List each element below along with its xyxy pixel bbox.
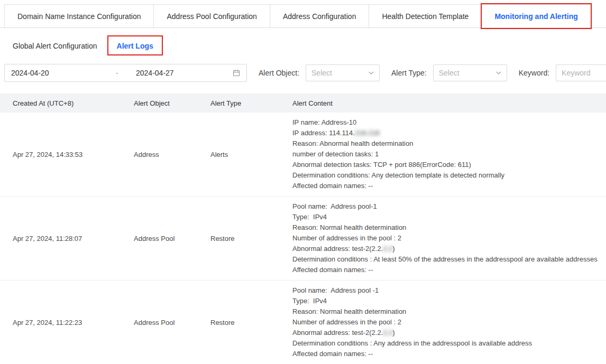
cell-alert-content: Pool name: Address pool -1Type: IPv4Reas… bbox=[292, 281, 606, 364]
chevron-down-icon bbox=[496, 71, 501, 74]
tab-monitoring-and-alerting[interactable]: Monitoring and Alerting bbox=[482, 4, 591, 27]
redacted-text: 2.2 bbox=[383, 329, 392, 337]
alert-object-label: Alert Object: bbox=[259, 69, 299, 77]
alert-content-line: Number of addresses in the pool : 2 bbox=[292, 233, 601, 244]
cell-alert-content: Pool name: Address pool-1Type: IPv4Reaso… bbox=[292, 197, 606, 280]
alert-type-label: Alert Type: bbox=[391, 69, 427, 77]
alert-content-line: Pool name: Address pool -1 bbox=[292, 285, 601, 296]
main-tabbar: Domain Name Instance Configuration Addre… bbox=[0, 4, 606, 28]
alert-content-line: Type: IPv4 bbox=[292, 296, 601, 306]
alert-content-line: number of detection tasks: 1 bbox=[292, 149, 601, 160]
tab-domain-name-instance-configuration[interactable]: Domain Name Instance Configuration bbox=[4, 4, 154, 27]
page: Domain Name Instance Configuration Addre… bbox=[0, 4, 606, 364]
alert-object-select-value: Select bbox=[311, 69, 332, 77]
alert-content-line: Determination conditions : At least 50% … bbox=[292, 254, 601, 265]
table-row: Apr 27, 2024, 11:28:07Address PoolRestor… bbox=[0, 197, 606, 281]
tab-address-pool-configuration[interactable]: Address Pool Configuration bbox=[154, 4, 270, 27]
date-start-value[interactable]: 2024-04-20 bbox=[11, 69, 116, 77]
alert-content-line: Determination conditions: Any detection … bbox=[292, 170, 601, 181]
col-alert-content: Alert Content bbox=[292, 99, 606, 107]
filter-bar: 2024-04-20 - 2024-04-27 Alert Object: Se… bbox=[4, 64, 602, 82]
alert-type-select[interactable]: Select bbox=[433, 64, 507, 81]
cell-alert-object: Address Pool bbox=[134, 319, 210, 326]
alert-content-line: Affected domain names: -- bbox=[292, 349, 601, 359]
alert-content-line: Abnormal address: test-2(2.2.2.2) bbox=[292, 328, 601, 338]
tab-address-configuration[interactable]: Address Configuration bbox=[270, 4, 370, 27]
alert-content-line: Abnormal detection tasks: TCP + port 886… bbox=[292, 160, 601, 170]
alert-logs-table: Created At (UTC+8) Alert Object Alert Ty… bbox=[0, 94, 606, 364]
alert-content-line: Pool name: Address pool-1 bbox=[292, 201, 601, 212]
alert-content-line: IP name: Address-10 bbox=[292, 117, 601, 128]
date-end-value[interactable]: 2024-04-27 bbox=[128, 69, 233, 77]
cell-created-at: Apr 27, 2024, 14:33:53 bbox=[13, 151, 134, 158]
table-row: Apr 27, 2024, 11:22:23Address PoolRestor… bbox=[0, 281, 606, 364]
alert-content-line: Number of addresses in the pool : 2 bbox=[292, 317, 601, 328]
cell-created-at: Apr 27, 2024, 11:28:07 bbox=[13, 235, 134, 242]
alert-content-line: Reason: Abnormal health determination bbox=[292, 138, 601, 149]
alert-content-line: Reason: Normal health determination bbox=[292, 306, 601, 317]
cell-alert-object: Address bbox=[134, 151, 210, 158]
cell-alert-type: Alerts bbox=[210, 151, 292, 158]
alert-content-line: Affected domain names: -- bbox=[292, 265, 601, 275]
subtab-global-alert-configuration[interactable]: Global Alert Configuration bbox=[13, 42, 97, 50]
keyword-label: Keyword: bbox=[519, 69, 549, 77]
chevron-down-icon bbox=[369, 71, 374, 74]
table-body: Apr 27, 2024, 14:33:53AddressAlertsIP na… bbox=[0, 113, 606, 364]
col-created-at: Created At (UTC+8) bbox=[13, 99, 134, 107]
alert-content-line: Affected domain names: -- bbox=[292, 181, 601, 191]
calendar-icon[interactable] bbox=[233, 69, 240, 77]
alert-content-line: Determination conditions : Any address i… bbox=[292, 338, 601, 349]
alert-content-line: IP address: 114.114.218.218 bbox=[292, 128, 601, 138]
keyword-input[interactable] bbox=[556, 64, 606, 81]
alert-content-line: Abnormal address: test-2(2.2.2.2) bbox=[292, 244, 601, 254]
subtabs: Global Alert Configuration Alert Logs bbox=[0, 28, 606, 64]
table-row: Apr 27, 2024, 14:33:53AddressAlertsIP na… bbox=[0, 113, 606, 197]
cell-created-at: Apr 27, 2024, 11:22:23 bbox=[13, 319, 134, 326]
cell-alert-object: Address Pool bbox=[134, 235, 210, 242]
cell-alert-type: Restore bbox=[210, 235, 292, 242]
date-range-separator: - bbox=[116, 69, 128, 77]
col-alert-type: Alert Type bbox=[210, 99, 292, 107]
tab-health-detection-template[interactable]: Health Detection Template bbox=[369, 4, 482, 27]
cell-alert-content: IP name: Address-10IP address: 114.114.2… bbox=[292, 113, 606, 196]
alert-content-line: Type: IPv4 bbox=[292, 212, 601, 222]
col-alert-object: Alert Object bbox=[134, 99, 210, 107]
subtab-alert-logs[interactable]: Alert Logs bbox=[117, 42, 153, 50]
redacted-text: 2.2 bbox=[383, 245, 392, 253]
alert-content-line: Reason: Normal health determination bbox=[292, 222, 601, 233]
cell-alert-type: Restore bbox=[210, 319, 292, 326]
redacted-text: 218.218 bbox=[355, 129, 380, 137]
table-header: Created At (UTC+8) Alert Object Alert Ty… bbox=[0, 94, 606, 113]
alert-object-select[interactable]: Select bbox=[306, 64, 380, 81]
alert-type-select-value: Select bbox=[439, 69, 460, 77]
date-range-picker[interactable]: 2024-04-20 - 2024-04-27 bbox=[4, 64, 247, 82]
